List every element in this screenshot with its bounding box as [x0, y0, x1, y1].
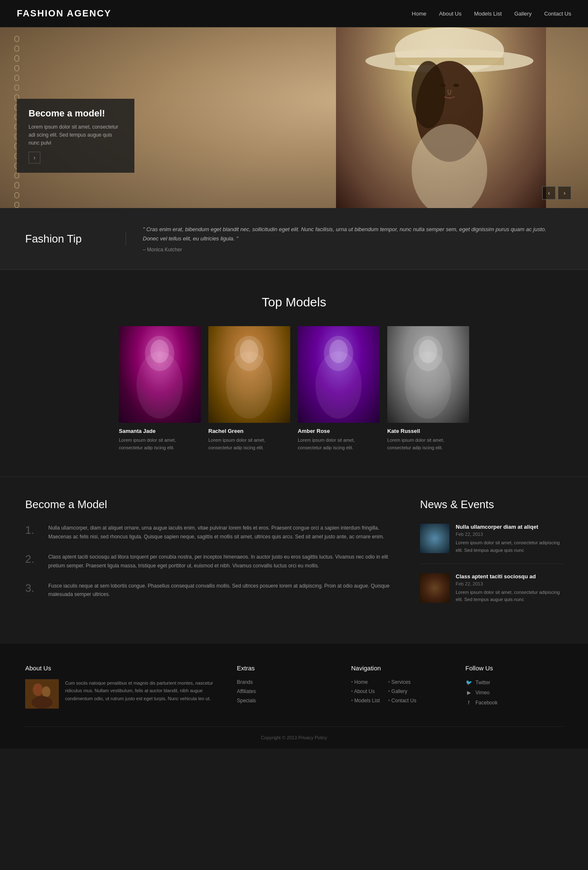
svg-point-5: [412, 61, 445, 128]
hero-prev-button[interactable]: ‹: [542, 186, 556, 200]
news-items-container: Nulla ullamcorper diam at aliqetFeb 22, …: [420, 524, 563, 612]
footer-nav-right-0[interactable]: Services: [388, 679, 416, 685]
footer-nav-cols: HomeAbout UsModels List ServicesGalleryC…: [351, 679, 449, 707]
social-label-1: Vimeo: [475, 690, 490, 696]
footer-bottom: Copyright © 2013 Privacy Policy: [25, 726, 563, 740]
model-card-2[interactable]: Amber RoseLorem ipsum dolor sit amet, co…: [298, 326, 380, 451]
footer-columns: About Us Cum sociis natoque penatibus et…: [25, 664, 563, 709]
footer-nav-left-0[interactable]: Home: [351, 679, 380, 685]
footer-extras-title: Extras: [237, 664, 334, 672]
hero-caption: Become a model! Lorem ipsum dolor sit am…: [17, 99, 134, 173]
model-desc-2: Lorem ipsum dolor sit amet, consectetur …: [298, 437, 380, 451]
chain-link: [14, 182, 19, 188]
footer-navigation: Navigation HomeAbout UsModels List Servi…: [351, 664, 449, 709]
logo: Fashion Agency: [17, 8, 111, 19]
footer-nav-right-1[interactable]: Gallery: [388, 688, 416, 694]
model-name-0: Samanta Jade: [119, 428, 201, 434]
footer-follow: Follow Us 🐦Twitter▶VimeofFacebook: [465, 664, 563, 709]
chain-link: [14, 45, 19, 52]
footer-social-links: 🐦Twitter▶VimeofFacebook: [465, 679, 563, 706]
item-text-2: Fusce iaculis neque at sem lobortis cong…: [48, 582, 395, 599]
news-thumbnail-0: [420, 524, 449, 553]
header: Fashion Agency HomeAbout UsModels ListGa…: [0, 0, 588, 27]
footer-about-title: About Us: [25, 664, 220, 672]
item-text-0: Nulla ullamcorper, diam at aliquet ornar…: [48, 524, 395, 541]
footer-nav-left-2[interactable]: Models List: [351, 698, 380, 704]
chain-link: [14, 202, 19, 208]
nav-item-contact[interactable]: Contact Us: [544, 11, 571, 17]
news-events-title: News & Events: [420, 498, 563, 511]
nav-item-home[interactable]: Home: [412, 11, 427, 17]
news-content-1: Class aptent taciti sociosqu adFeb 22, 2…: [456, 573, 563, 604]
chain-link: [14, 84, 19, 91]
hero-section: Become a model! Lorem ipsum dolor sit am…: [0, 27, 588, 208]
chain-link: [14, 65, 19, 71]
chain-link: [14, 75, 19, 81]
vimeo-icon: ▶: [465, 689, 472, 696]
nav-item-models[interactable]: Models List: [474, 11, 502, 17]
model-name-2: Amber Rose: [298, 428, 380, 434]
fashion-tip-label: Fashion Tip: [25, 232, 126, 245]
top-models-title: Top Models: [17, 295, 571, 309]
footer-nav-right-2[interactable]: Contact Us: [388, 698, 416, 704]
become-model-section: Become a Model 1.Nulla ullamcorper, diam…: [25, 498, 395, 622]
model-desc-0: Lorem ipsum dolor sit amet, consectetur …: [119, 437, 201, 451]
svg-point-17: [329, 340, 348, 363]
model-card-3[interactable]: Kate RussellLorem ipsum dolor sit amet, …: [387, 326, 469, 451]
hero-nav: ‹ ›: [542, 186, 571, 200]
item-number-0: 1.: [25, 524, 40, 537]
footer-extras: Extras BrandsAffiliatesSpecials: [237, 664, 334, 709]
footer-copyright: Copyright © 2013 Privacy Policy: [261, 735, 327, 740]
model-card-0[interactable]: Samanta JadeLorem ipsum dolor sit amet, …: [119, 326, 201, 451]
numbered-items: 1.Nulla ullamcorper, diam at aliquet orn…: [25, 524, 395, 598]
model-photo-2: [298, 326, 380, 423]
hero-next-button[interactable]: ›: [558, 186, 571, 200]
news-content-0: Nulla ullamcorper diam at aliqetFeb 22, …: [456, 524, 563, 554]
numbered-item-2: 3.Fusce iaculis neque at sem lobortis co…: [25, 582, 395, 599]
nav-item-about[interactable]: About Us: [439, 11, 461, 17]
model-card-1[interactable]: Rachel GreenLorem ipsum dolor sit amet, …: [208, 326, 290, 451]
footer-social-facebook[interactable]: fFacebook: [465, 699, 563, 706]
news-title-0: Nulla ullamcorper diam at aliqet: [456, 524, 563, 530]
svg-point-7: [440, 84, 446, 87]
news-item-1: Class aptent taciti sociosqu adFeb 22, 2…: [420, 573, 563, 613]
footer-extras-link-2[interactable]: Specials: [237, 698, 334, 704]
svg-point-8: [453, 84, 459, 87]
footer-nav-left-1[interactable]: About Us: [351, 688, 380, 694]
svg-point-24: [32, 696, 52, 709]
fashion-tip-author: – Monica Kutcher: [143, 247, 563, 253]
chain-link: [14, 55, 19, 61]
footer: About Us Cum sociis natoque penatibus et…: [0, 643, 588, 749]
lower-section: Become a Model 1.Nulla ullamcorper, diam…: [0, 477, 588, 643]
top-models-section: Top Models Samanta JadeLorem ipsum dolor…: [0, 270, 588, 477]
hero-caption-text: Lorem ipsum dolor sit amet, consectetur …: [29, 123, 123, 148]
svg-point-22: [33, 683, 43, 696]
fashion-tip-content: " Cras enim erat, bibendum eget blandit …: [143, 225, 563, 253]
footer-extras-link-1[interactable]: Affiliates: [237, 688, 334, 694]
svg-point-20: [419, 340, 437, 363]
footer-social-twitter[interactable]: 🐦Twitter: [465, 679, 563, 686]
news-date-1: Feb 22, 2013: [456, 581, 563, 586]
numbered-item-0: 1.Nulla ullamcorper, diam at aliquet orn…: [25, 524, 395, 541]
footer-about-text: Cum sociis natoque penatibus et magnis d…: [65, 679, 220, 709]
footer-nav-left: HomeAbout UsModels List: [351, 679, 380, 707]
nav-item-gallery[interactable]: Gallery: [514, 11, 532, 17]
chain-link: [14, 192, 19, 198]
hero-caption-arrow[interactable]: ›: [29, 152, 40, 163]
item-number-1: 2.: [25, 553, 40, 566]
svg-point-11: [150, 340, 169, 363]
model-photo-0: [119, 326, 201, 423]
news-item-0: Nulla ullamcorper diam at aliqetFeb 22, …: [420, 524, 563, 564]
fashion-tip-section: Fashion Tip " Cras enim erat, bibendum e…: [0, 208, 588, 270]
item-text-1: Class aptent taciti sociosqu ad litora t…: [48, 553, 395, 570]
footer-nav-title: Navigation: [351, 664, 449, 672]
become-model-title: Become a Model: [25, 498, 395, 511]
model-photo-3: [387, 326, 469, 423]
model-photo-1: [208, 326, 290, 423]
chain-link: [14, 36, 19, 42]
footer-social-vimeo[interactable]: ▶Vimeo: [465, 689, 563, 696]
item-number-2: 3.: [25, 582, 40, 595]
news-thumbnail-1: [420, 573, 449, 603]
model-name-3: Kate Russell: [387, 428, 469, 434]
footer-extras-link-0[interactable]: Brands: [237, 679, 334, 685]
